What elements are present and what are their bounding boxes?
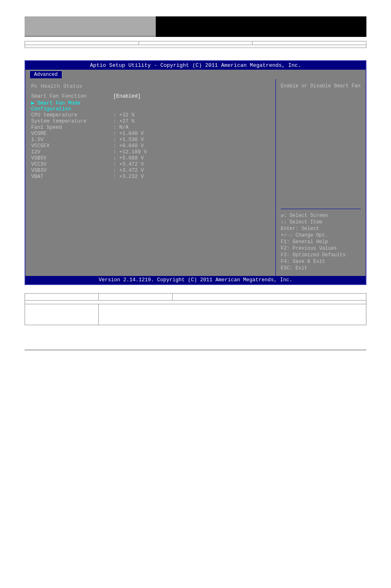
- key-select-item: ↕: Select Item: [281, 219, 361, 225]
- bios-tabrow: Advanced: [25, 70, 366, 79]
- bios-item-vcore: VCORE : +1.040 V: [31, 131, 270, 137]
- key-f3-defaults: F3: Optimized Defaults: [281, 252, 361, 258]
- key-f1-help: F1: General Help: [281, 239, 361, 245]
- bottom-bigcell-1: [25, 304, 99, 325]
- key-esc-exit: ESC: Exit: [281, 265, 361, 271]
- bios-item-vsb5v: VSB5V : +5.088 V: [31, 155, 270, 161]
- top-nav-cell-1: [25, 41, 139, 45]
- bottom-bigcell-2: [99, 304, 366, 325]
- bios-label-smart-fan-mode: ▶ Smart Fan Mode Configuration: [31, 100, 113, 112]
- bios-value-sys-temp: : +27 %: [113, 119, 135, 124]
- bios-titlebar: Aptio Setup Utility - Copyright (C) 2011…: [25, 61, 366, 70]
- bios-label-fan1-speed: Fan1 Speed: [31, 125, 113, 130]
- bios-label-vsb3v: VSB3V: [31, 168, 113, 173]
- page-wrapper: Aptio Setup Utility - Copyright (C) 2011…: [0, 0, 391, 588]
- bios-label-cpu-temp: CPU temperature: [31, 112, 113, 118]
- bios-left-panel: Pc Health Status Smart Fan Function [Ena…: [25, 79, 275, 276]
- top-nav-cell-3: [252, 41, 366, 45]
- key-f2-prev: F2: Previous Values: [281, 246, 361, 251]
- bios-label-smart-fan-function: Smart Fan Function: [31, 93, 113, 99]
- bios-item-sys-temp: System temperature : +27 %: [31, 119, 270, 124]
- top-header: [25, 16, 366, 37]
- bios-footer: Version 2.14.1219. Copyright (C) 2011 Am…: [25, 276, 366, 284]
- bios-label-sys-temp: System temperature: [31, 119, 113, 124]
- bottom-table: [25, 293, 366, 325]
- bios-item-vsb3v: VSB3V : +3.472 V: [31, 168, 270, 173]
- bios-label-vcc3v: VCC3V: [31, 162, 113, 167]
- bios-item-smart-fan-function[interactable]: Smart Fan Function [Enabled]: [31, 93, 270, 99]
- bios-item-smart-fan-mode[interactable]: ▶ Smart Fan Mode Configuration: [31, 100, 270, 112]
- key-change-opt: +/-: Change Opt.: [281, 232, 361, 238]
- bios-value-12v: : +12.189 V: [113, 149, 147, 155]
- key-select-screen: ⇄: Select Screen: [281, 212, 361, 219]
- bios-value-vbat: : +3.232 V: [113, 174, 144, 180]
- bios-value-smart-fan-function: [Enabled]: [113, 93, 141, 99]
- top-nav: [25, 41, 366, 48]
- bottom-cell-2: [99, 294, 173, 300]
- bios-item-fan1-speed: Fan1 Speed : N/A: [31, 125, 270, 130]
- bios-value-vcore: : +1.040 V: [113, 131, 144, 137]
- bios-label-vbat: VBAT: [31, 174, 113, 180]
- bottom-table-row3: [25, 304, 366, 325]
- bios-item-vccgfx: VCCGFX : +0.048 V: [31, 143, 270, 149]
- bios-item-1v5: 1.5V : +1.536 V: [31, 137, 270, 143]
- bios-label-vcore: VCORE: [31, 131, 113, 137]
- bios-label-vccgfx: VCCGFX: [31, 143, 113, 149]
- bios-item-vbat: VBAT : +3.232 V: [31, 174, 270, 180]
- bios-screen: Aptio Setup Utility - Copyright (C) 2011…: [25, 60, 366, 285]
- bios-title-text: Aptio Setup Utility - Copyright (C) 2011…: [90, 62, 301, 68]
- top-header-left: [25, 16, 156, 37]
- bios-section-title: Pc Health Status: [31, 83, 270, 89]
- bios-value-vcc3v: : +3.472 V: [113, 162, 144, 167]
- bios-value-fan1-speed: : N/A: [113, 125, 129, 130]
- bios-item-vcc3v: VCC3V : +3.472 V: [31, 162, 270, 167]
- bottom-table-row2: [25, 301, 366, 304]
- top-nav-row2: [25, 45, 366, 48]
- bottom-cell-1: [25, 294, 99, 300]
- bottom-rule: [25, 350, 366, 350]
- top-header-right: [156, 16, 366, 37]
- key-enter-select: Enter: Select: [281, 226, 361, 232]
- top-nav-cell-2: [139, 41, 253, 45]
- bios-value-vsb3v: : +3.472 V: [113, 168, 144, 173]
- bios-right-panel: Enable or Disable Smart Fan ⇄: Select Sc…: [275, 79, 366, 276]
- bios-value-vccgfx: : +0.048 V: [113, 143, 144, 149]
- bios-label-12v: 12V: [31, 149, 113, 155]
- top-nav-row1: [25, 41, 366, 45]
- bios-label-vsb5v: VSB5V: [31, 155, 113, 161]
- bios-tab-advanced[interactable]: Advanced: [30, 71, 62, 78]
- bios-item-cpu-temp: CPU temperature : +32 %: [31, 112, 270, 118]
- key-f4-save: F4: Save & Exit: [281, 259, 361, 264]
- bios-help-text: Enable or Disable Smart Fan: [281, 83, 361, 205]
- bios-value-cpu-temp: : +32 %: [113, 112, 135, 118]
- bottom-table-row1: [25, 294, 366, 301]
- bios-value-1v5: : +1.536 V: [113, 137, 144, 143]
- bios-value-vsb5v: : +5.088 V: [113, 155, 144, 161]
- bottom-cell-3: [173, 294, 366, 300]
- bios-content: Pc Health Status Smart Fan Function [Ena…: [25, 79, 366, 276]
- bios-keys: ⇄: Select Screen ↕: Select Item Enter: S…: [281, 209, 361, 272]
- bios-label-1v5: 1.5V: [31, 137, 113, 143]
- bios-item-12v: 12V : +12.189 V: [31, 149, 270, 155]
